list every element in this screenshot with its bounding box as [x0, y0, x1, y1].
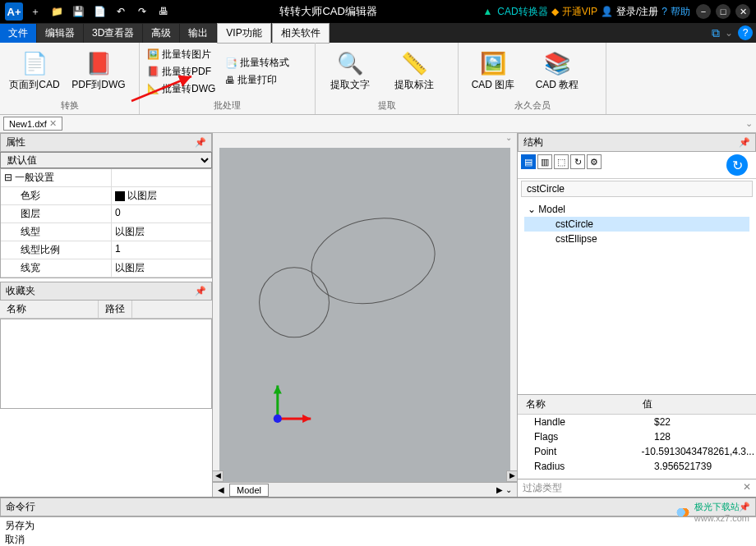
pin-icon[interactable]: 📌 [195, 137, 206, 148]
properties-default-select[interactable]: 默认值 [0, 152, 212, 168]
detail-col-name[interactable]: 名称 [518, 395, 638, 414]
prop-row-lineweight[interactable]: 线宽以图层 [1, 259, 211, 278]
doctab-close-icon[interactable]: ✕ [49, 118, 57, 129]
fmt-icon: 📑 [225, 57, 237, 69]
scroll-right-icon[interactable]: ▶ [506, 470, 518, 482]
pin-icon-3[interactable]: 📌 [739, 137, 750, 148]
tab-file[interactable]: 文件 [0, 24, 36, 43]
group-convert-label: 转换 [3, 99, 136, 112]
prop-row-linetype[interactable]: 线型以图层 [1, 223, 211, 241]
group-vip-label: 永久会员 [462, 99, 602, 112]
app-logo-icon: A+ [5, 2, 23, 21]
login-link[interactable]: 登录/注册 [616, 5, 658, 19]
tab-output[interactable]: 输出 [180, 24, 216, 43]
converter-icon: ▲ [482, 6, 492, 17]
close-button[interactable]: ✕ [735, 4, 750, 19]
img-icon: 🖼️ [147, 48, 159, 60]
tab-nav-first-icon[interactable]: ◀ [218, 485, 224, 494]
batch-to-dwg-button[interactable]: 📐批量转DWG [143, 80, 219, 97]
struct-refresh-icon[interactable]: ↻ [570, 154, 585, 169]
favorites-panel-header: 收藏夹📌 [0, 282, 212, 301]
document-tab[interactable]: New1.dxf ✕ [3, 117, 62, 131]
doctab-dropdown-icon[interactable]: ⌄ [745, 118, 753, 129]
tab-advanced[interactable]: 高级 [143, 24, 179, 43]
tab-nav-last-icon[interactable]: ▶ ⌄ [496, 485, 512, 494]
pdf-to-dwg-button[interactable]: 📕 PDF到DWG [67, 45, 130, 98]
page-to-cad-button[interactable]: 📄 页面到CAD [3, 45, 66, 98]
batch-to-format-button[interactable]: 📑批量转格式 [221, 55, 293, 71]
canvas-dropdown-icon[interactable]: ⌄ [505, 133, 517, 145]
svg-point-6 [274, 415, 282, 423]
pdf-icon[interactable]: 📄 [90, 2, 108, 21]
cad-converter-link[interactable]: CAD转换器 [497, 5, 547, 19]
struct-gear-icon[interactable]: ⚙ [587, 154, 602, 169]
prop-group-general[interactable]: ⊟ 一般设置 [1, 169, 211, 187]
tab-vip-features[interactable]: VIP功能 [217, 23, 270, 44]
extract-annotation-button[interactable]: 📏 提取标注 [383, 45, 445, 98]
properties-panel-header: 属性📌 [0, 133, 212, 152]
filter-type-input[interactable]: 过滤类型✕ [518, 479, 756, 497]
maximize-button[interactable]: □ [716, 4, 731, 19]
struct-sync-button[interactable]: ↻ [726, 154, 748, 176]
drawing-canvas[interactable]: ⌄ ◀ Model ▶ ⌄ ▶ ◀ [212, 133, 518, 497]
tab-editor[interactable]: 编辑器 [37, 24, 83, 43]
command-panel-header: 命令行📌 [0, 498, 756, 516]
tree-item-circle[interactable]: cstCircle [524, 217, 749, 232]
help-round-icon[interactable]: ? [738, 25, 753, 40]
struct-pick-icon[interactable]: ⬚ [554, 154, 569, 169]
tutorial-icon: 📚 [544, 51, 570, 76]
redo-icon[interactable]: ↷ [133, 2, 151, 21]
save-icon[interactable]: 💾 [69, 2, 87, 21]
app-title: 转转大师CAD编辑器 [174, 4, 482, 19]
minimize-button[interactable]: − [696, 4, 711, 19]
detail-row: Flags128 [518, 429, 756, 444]
watermark: 极光下载站 www.xz7.com [673, 501, 749, 523]
pdf-dwg-icon: 📕 [85, 51, 112, 76]
fav-col-path[interactable]: 路径 [99, 301, 132, 318]
tree-item-ellipse[interactable]: cstEllipse [524, 232, 749, 246]
batch-to-image-button[interactable]: 🖼️批量转图片 [143, 46, 219, 62]
tab-related-software[interactable]: 相关软件 [272, 23, 330, 44]
help-link[interactable]: 帮助 [671, 5, 690, 19]
detail-col-value[interactable]: 值 [638, 395, 657, 414]
struct-view2-icon[interactable]: ▥ [537, 154, 552, 169]
cad-tutorial-button[interactable]: 📚 CAD 教程 [526, 45, 588, 98]
batch-to-pdf-button[interactable]: 📕批量转PDF [143, 63, 219, 80]
print-icon[interactable]: 🖶 [154, 2, 173, 21]
prop-row-color[interactable]: 色彩以图层 [1, 187, 211, 205]
struct-view1-icon[interactable]: ▤ [521, 154, 536, 169]
scroll-left-icon[interactable]: ◀ [212, 470, 224, 482]
user-icon: 👤 [601, 6, 613, 17]
pdf-small-icon: 📕 [147, 66, 159, 77]
chevron-down-icon[interactable]: ⌄ [725, 27, 733, 39]
extract-text-button[interactable]: 🔍 提取文字 [319, 45, 381, 98]
tab-3dviewer[interactable]: 3D查看器 [84, 24, 142, 43]
new-icon[interactable]: ＋ [26, 2, 44, 21]
open-icon[interactable]: 📁 [48, 2, 66, 21]
help-icon: ? [662, 6, 667, 17]
command-history: 另存为 取消 [0, 516, 756, 546]
extract-text-icon: 🔍 [337, 51, 363, 76]
batch-print-button[interactable]: 🖶批量打印 [221, 72, 293, 89]
print-small-icon: 🖶 [225, 75, 235, 86]
prop-row-layer[interactable]: 图层0 [1, 205, 211, 223]
model-space-tab[interactable]: Model [229, 484, 269, 497]
dwg-icon: 📐 [147, 83, 159, 94]
cad-library-button[interactable]: 🖼️ CAD 图库 [462, 45, 524, 98]
pin-icon-2[interactable]: 📌 [195, 286, 206, 296]
prop-row-lt-scale[interactable]: 线型比例1 [1, 241, 211, 259]
fav-col-name[interactable]: 名称 [0, 301, 99, 318]
structure-breadcrumb[interactable]: cstCircle [521, 181, 753, 197]
structure-panel-header: 结构📌 [518, 133, 756, 152]
vip-diamond-icon: ◆ [551, 6, 559, 17]
copy-icon[interactable]: ⧉ [712, 26, 720, 40]
detail-row: Point-10.5913043478261,4.3... [518, 444, 756, 459]
open-vip-link[interactable]: 开通VIP [562, 5, 597, 19]
svg-point-1 [260, 268, 330, 337]
filter-clear-icon[interactable]: ✕ [743, 481, 751, 495]
svg-point-0 [303, 208, 442, 314]
undo-icon[interactable]: ↶ [112, 2, 130, 21]
tree-root[interactable]: ⌄ Model [524, 202, 749, 217]
structure-tree[interactable]: ⌄ Model cstCircle cstEllipse [518, 199, 756, 394]
svg-marker-5 [302, 415, 311, 423]
